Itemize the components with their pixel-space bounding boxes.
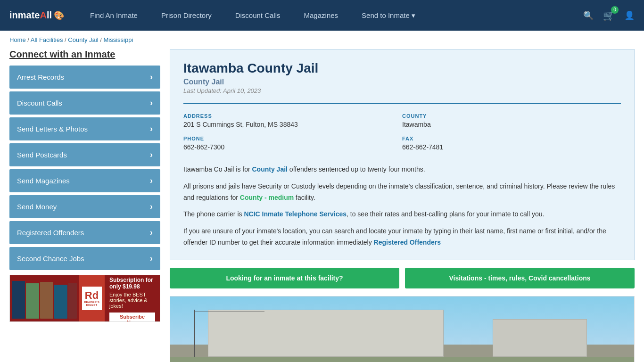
- breadcrumb: Home / All Facilities / County Jail / Mi…: [0, 31, 644, 49]
- chevron-right-icon: ›: [150, 228, 153, 238]
- sidebar-label-offenders: Registered Offenders: [17, 229, 84, 237]
- desc-para-3: The phone carrier is NCIC Inmate Telepho…: [183, 209, 621, 220]
- sidebar-label-discount-calls: Discount Calls: [17, 99, 62, 107]
- logo-text: inmate: [9, 10, 40, 21]
- search-button[interactable]: 🔍: [583, 10, 594, 21]
- nav-prison-directory[interactable]: Prison Directory: [149, 1, 223, 30]
- sidebar-item-discount-calls[interactable]: Discount Calls ›: [9, 91, 160, 115]
- sidebar: Connect with an Inmate Arrest Records › …: [9, 49, 160, 362]
- desc-para-4: If you are unsure of your inmate's locat…: [183, 226, 621, 248]
- cart-badge: 0: [611, 6, 619, 14]
- fax-label: FAX: [402, 136, 621, 141]
- ad-logo: Rd READER'SDIGEST: [79, 275, 105, 321]
- sidebar-label-letters: Send Letters & Photos: [17, 125, 88, 133]
- fax-value: 662-862-7481: [402, 143, 621, 151]
- sidebar-label-postcards: Send Postcards: [17, 151, 67, 159]
- rd-logo-box: Rd READER'SDIGEST: [82, 287, 102, 310]
- nav-icons: 🔍 🛒 0 👤: [583, 10, 635, 21]
- logo-rest: ll: [47, 10, 52, 21]
- rd-letters: Rd: [85, 290, 99, 301]
- desc2-end: facility.: [294, 194, 315, 201]
- address-value: 201 S Cummings St, Fulton, MS 38843: [183, 121, 402, 128]
- chevron-right-icon: ›: [150, 176, 153, 186]
- ad-headline: 1 Year Subscription for only $19.98: [109, 275, 155, 290]
- logo-highlight: A: [40, 10, 46, 21]
- ad-content: 1 Year Subscription for only $19.98 Enjo…: [105, 275, 160, 321]
- book-4: [54, 285, 67, 319]
- breadcrumb-all-facilities[interactable]: All Facilities: [31, 36, 63, 43]
- book-5: [68, 283, 77, 319]
- fax-block: FAX 662-862-7481: [402, 133, 621, 156]
- action-buttons: Looking for an inmate at this facility? …: [170, 268, 635, 288]
- content-area: Itawamba County Jail County Jail Last Up…: [170, 49, 635, 362]
- utility-wire: [194, 312, 264, 312]
- ncic-link[interactable]: NCIC Inmate Telephone Services: [244, 210, 347, 218]
- building-section2: [493, 319, 587, 357]
- visitations-button[interactable]: Visitations - times, rules, Covid cancel…: [405, 268, 635, 288]
- nav-send-to-inmate[interactable]: Send to Inmate ▾: [350, 1, 427, 30]
- county-medium-link[interactable]: County - medium: [240, 194, 294, 201]
- nav-discount-calls[interactable]: Discount Calls: [223, 1, 292, 30]
- desc-para-1: Itawamba Co Jail is for County Jail offe…: [183, 164, 621, 175]
- sidebar-label-money: Send Money: [17, 203, 57, 211]
- nav-magazines[interactable]: Magazines: [292, 1, 350, 30]
- sidebar-item-jobs[interactable]: Second Chance Jobs ›: [9, 247, 160, 270]
- phone-value: 662-862-7300: [183, 143, 402, 151]
- ad-subscribe-button[interactable]: Subscribe Now: [109, 313, 155, 322]
- facility-name: Itawamba County Jail: [183, 61, 621, 76]
- phone-block: PHONE 662-862-7300: [183, 133, 402, 156]
- phone-label: PHONE: [183, 136, 402, 141]
- main-container: Connect with an Inmate Arrest Records › …: [0, 49, 644, 362]
- nav-find-inmate[interactable]: Find An Inmate: [78, 1, 149, 30]
- user-button[interactable]: 👤: [624, 10, 635, 21]
- logo-icon: 🎨: [54, 10, 64, 21]
- chevron-right-icon: ›: [150, 72, 153, 82]
- chevron-right-icon: ›: [150, 98, 153, 108]
- facility-image: [170, 296, 635, 362]
- facility-card: Itawamba County Jail County Jail Last Up…: [170, 49, 635, 260]
- sidebar-item-offenders[interactable]: Registered Offenders ›: [9, 221, 160, 244]
- utility-pole: [194, 310, 195, 357]
- chevron-right-icon: ›: [150, 254, 153, 263]
- desc3-end: , to see their rates and best-calling pl…: [347, 210, 544, 218]
- county-block: COUNTY Itawamba: [402, 110, 621, 133]
- rd-sub: READER'SDIGEST: [84, 301, 99, 306]
- ad-body: Enjoy the BEST stories, advice & jokes!: [109, 292, 155, 309]
- breadcrumb-state[interactable]: Mississippi: [103, 36, 133, 43]
- facility-type: County Jail: [183, 78, 621, 86]
- info-grid: ADDRESS 201 S Cummings St, Fulton, MS 38…: [183, 103, 621, 156]
- ad-books: [10, 275, 79, 321]
- sidebar-item-arrest-records[interactable]: Arrest Records ›: [9, 66, 160, 89]
- county-jail-link[interactable]: County Jail: [252, 165, 288, 173]
- sidebar-item-magazines[interactable]: Send Magazines ›: [9, 169, 160, 192]
- book-1: [12, 281, 25, 319]
- registered-offenders-link[interactable]: Registered Offenders: [374, 239, 441, 246]
- cart-container[interactable]: 🛒 0: [603, 10, 615, 21]
- sidebar-item-postcards[interactable]: Send Postcards ›: [9, 143, 160, 166]
- sidebar-item-letters[interactable]: Send Letters & Photos ›: [9, 117, 160, 140]
- facility-description: Itawamba Co Jail is for County Jail offe…: [183, 164, 621, 248]
- chevron-right-icon: ›: [150, 202, 153, 212]
- county-label: COUNTY: [402, 113, 621, 119]
- desc1-end: offenders sentenced up to twenty four mo…: [288, 165, 425, 173]
- logo[interactable]: inmate A ll 🎨: [9, 10, 64, 21]
- chevron-right-icon: ›: [150, 150, 153, 160]
- chevron-right-icon: ›: [150, 124, 153, 134]
- county-value: Itawamba: [402, 121, 621, 128]
- desc-para-2: All prisons and jails have Security or C…: [183, 181, 621, 204]
- address-block: ADDRESS 201 S Cummings St, Fulton, MS 38…: [183, 110, 402, 133]
- breadcrumb-county-jail[interactable]: County Jail: [68, 36, 98, 43]
- sidebar-label-magazines: Send Magazines: [17, 177, 70, 185]
- facility-updated: Last Updated: April 10, 2023: [183, 87, 621, 94]
- address-label: ADDRESS: [183, 113, 402, 119]
- book-3: [40, 282, 53, 319]
- advertisement-banner[interactable]: Rd READER'SDIGEST 1 Year Subscription fo…: [9, 275, 160, 322]
- find-inmate-button[interactable]: Looking for an inmate at this facility?: [170, 268, 399, 288]
- breadcrumb-home[interactable]: Home: [9, 36, 26, 43]
- desc3-start: The phone carrier is: [183, 210, 244, 218]
- sidebar-title: Connect with an Inmate: [9, 49, 160, 60]
- sidebar-item-money[interactable]: Send Money ›: [9, 195, 160, 218]
- building-main: [208, 310, 444, 357]
- book-2: [26, 283, 39, 319]
- sidebar-label-jobs: Second Chance Jobs: [17, 255, 84, 263]
